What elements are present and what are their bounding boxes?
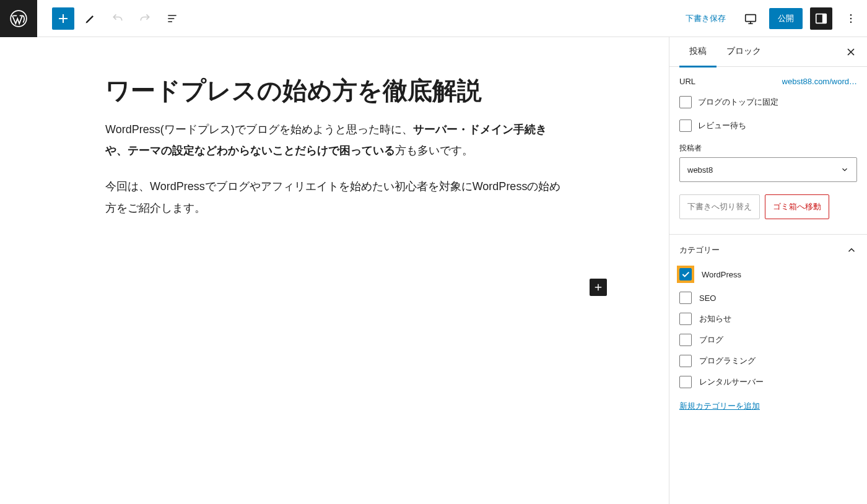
author-select[interactable]: webst8 (679, 157, 857, 182)
plus-icon (56, 11, 71, 26)
category-label: プログラミング (699, 355, 756, 367)
chevron-down-icon (840, 165, 849, 174)
category-panel: カテゴリー WordPress SEO (669, 234, 867, 422)
action-row: 下書きへ切り替え ゴミ箱へ移動 (679, 194, 857, 219)
category-item: SEO (679, 292, 857, 304)
category-item: レンタルサーバー (679, 376, 857, 388)
category-item: プログラミング (679, 355, 857, 367)
toolbar-left (37, 7, 183, 30)
wordpress-icon (10, 10, 27, 27)
save-draft-button[interactable]: 下書き保存 (679, 9, 732, 28)
add-category-link[interactable]: 新規カテゴリーを追加 (679, 397, 857, 412)
category-label: お知らせ (699, 313, 731, 324)
inline-add-block-button[interactable] (590, 279, 607, 296)
category-checkbox[interactable] (679, 334, 692, 346)
sidebar-icon (814, 12, 828, 25)
author-value: webst8 (687, 165, 713, 175)
editor-canvas[interactable]: ワードプレスの始め方を徹底解説 WordPress(ワードプレス)でブログを始め… (0, 37, 669, 504)
sidebar-tabs: 投稿 ブロック (669, 37, 867, 67)
switch-draft-button[interactable]: 下書きへ切り替え (679, 194, 760, 219)
url-row: URL webst88.com/word… (679, 77, 857, 86)
edit-tools-button[interactable] (79, 7, 102, 30)
preview-button[interactable] (739, 7, 762, 30)
pencil-icon (84, 12, 97, 25)
text: WordPress(ワードプレス)でブログを始めようと思った時に、 (105, 123, 413, 136)
undo-button[interactable] (107, 7, 129, 30)
category-panel-toggle[interactable]: カテゴリー (679, 245, 857, 256)
settings-sidebar: 投稿 ブロック URL webst88.com/word… ブログのトップに固定… (669, 37, 867, 504)
url-label: URL (679, 77, 695, 86)
options-button[interactable] (840, 7, 862, 30)
wordpress-logo[interactable] (0, 0, 37, 37)
category-item: お知らせ (679, 313, 857, 325)
list-icon (166, 12, 178, 25)
more-vertical-icon (845, 12, 857, 25)
toolbar-right: 下書き保存 公開 (679, 7, 862, 30)
redo-icon (139, 12, 151, 25)
publish-button[interactable]: 公開 (769, 8, 803, 29)
trash-button[interactable]: ゴミ箱へ移動 (765, 194, 829, 219)
close-icon (845, 46, 857, 58)
stick-top-row: ブログのトップに固定 (679, 96, 857, 108)
top-toolbar: 下書き保存 公開 (0, 0, 867, 37)
svg-point-6 (850, 21, 852, 23)
document-overview-button[interactable] (161, 7, 183, 30)
highlight-marker (677, 266, 694, 283)
category-label: ブログ (699, 334, 723, 345)
plus-icon (593, 282, 604, 293)
undo-icon (111, 12, 124, 25)
svg-point-4 (850, 14, 852, 15)
tab-block[interactable]: ブロック (717, 37, 771, 67)
text: 方も多いです。 (395, 144, 473, 157)
post-title[interactable]: ワードプレスの始め方を徹底解説 (105, 74, 564, 106)
category-checkbox[interactable] (679, 313, 692, 325)
category-label: レンタルサーバー (699, 376, 764, 388)
category-checkbox[interactable] (679, 376, 692, 388)
stick-top-label: ブログのトップに固定 (698, 97, 778, 108)
svg-rect-3 (822, 14, 826, 23)
close-sidebar-button[interactable] (845, 46, 857, 58)
chevron-up-icon (846, 245, 857, 256)
pending-review-label: レビュー待ち (698, 120, 746, 131)
pending-review-row: レビュー待ち (679, 119, 857, 132)
permalink-link[interactable]: webst88.com/word… (782, 77, 857, 86)
paragraph-1[interactable]: WordPress(ワードプレス)でブログを始めようと思った時に、サーバー・ドメ… (105, 119, 564, 161)
author-label: 投稿者 (679, 143, 857, 154)
category-list: WordPress SEO お知らせ ブログ プログラミング (679, 266, 857, 388)
post-status-panel: URL webst88.com/word… ブログのトップに固定 レビュー待ち … (669, 67, 867, 234)
category-checkbox[interactable] (679, 268, 692, 280)
redo-button[interactable] (134, 7, 156, 30)
pending-review-checkbox[interactable] (679, 119, 692, 132)
category-item: WordPress (679, 266, 857, 283)
tab-post[interactable]: 投稿 (679, 37, 717, 67)
category-label: WordPress (702, 270, 741, 279)
settings-toggle-button[interactable] (810, 7, 832, 30)
category-item: ブログ (679, 334, 857, 346)
paragraph-2[interactable]: 今回は、WordPressでブログやアフィリエイトを始めたい初心者を対象にWor… (105, 176, 564, 218)
category-label: SEO (699, 293, 716, 303)
category-checkbox[interactable] (679, 292, 692, 304)
svg-rect-1 (746, 14, 756, 21)
stick-top-checkbox[interactable] (679, 96, 692, 108)
svg-point-5 (850, 17, 852, 19)
category-heading: カテゴリー (679, 245, 720, 256)
check-icon (681, 269, 691, 279)
category-checkbox[interactable] (679, 355, 692, 367)
desktop-icon (744, 12, 757, 25)
add-block-button[interactable] (52, 7, 74, 30)
